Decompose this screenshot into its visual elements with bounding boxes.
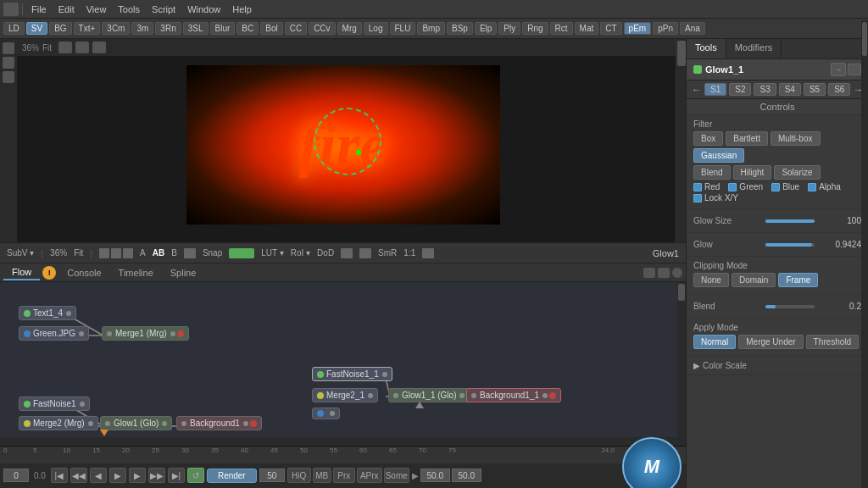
tb-ply[interactable]: Ply: [498, 22, 520, 35]
tb-rng[interactable]: Rng: [522, 22, 548, 35]
tl-hiq-btn[interactable]: HiQ: [287, 468, 311, 483]
filter-gaussian[interactable]: Gaussian: [693, 148, 744, 163]
apply-normal[interactable]: Normal: [693, 335, 736, 349]
tab-timeline[interactable]: Timeline: [110, 266, 162, 280]
sub-tab-s4[interactable]: S4: [779, 83, 801, 96]
node-scrollbar-thumb[interactable]: [678, 284, 685, 301]
filter-hilight[interactable]: Hilight: [733, 165, 772, 180]
viewer-ctrl-3[interactable]: [3, 71, 14, 83]
tb-txt[interactable]: Txt+: [74, 22, 101, 35]
node-merge2-l[interactable]: Glow1 (Glo): [100, 416, 172, 430]
node-glow1-l[interactable]: Background1: [176, 416, 262, 430]
view-tool-icon-2[interactable]: [111, 248, 121, 258]
fit-btn[interactable]: Fit: [42, 43, 52, 53]
check-red[interactable]: Red: [693, 182, 720, 191]
check-alpha[interactable]: Alpha: [808, 182, 841, 191]
tb-3cm[interactable]: 3Cm: [102, 22, 130, 35]
tl-btn-skip-fwd[interactable]: ▶▶: [148, 468, 165, 483]
tl-end-input[interactable]: [259, 469, 285, 482]
tb-ct[interactable]: CT: [600, 22, 621, 35]
check-green[interactable]: Green: [728, 182, 763, 191]
view-lock-icon[interactable]: [341, 248, 353, 258]
node-green-jpg[interactable]: Green.JPG: [19, 326, 89, 341]
tb-3m[interactable]: 3m: [131, 22, 153, 35]
roi-label[interactable]: RoI ▾: [291, 248, 310, 258]
menu-tools[interactable]: Tools: [113, 3, 145, 16]
node-info-icon[interactable]: [643, 268, 655, 278]
view-tool-icon-1[interactable]: [99, 248, 109, 258]
node-glow1-1[interactable]: Background1_1: [466, 388, 561, 402]
scrollbar-thumb-v[interactable]: [677, 41, 686, 66]
lut-label[interactable]: LUT ▾: [261, 248, 284, 258]
menu-view[interactable]: View: [81, 3, 112, 16]
view-fit[interactable]: Fit: [74, 248, 83, 258]
tb-ccv[interactable]: CCv: [309, 22, 335, 35]
view-ab[interactable]: A: [140, 248, 146, 258]
tb-bmp[interactable]: Bmp: [417, 22, 445, 35]
tb-rct[interactable]: Rct: [550, 22, 573, 35]
node-fastnoise1-1[interactable]: Merge2_1: [312, 388, 378, 402]
color-scale-row[interactable]: ▶ Color Scale: [693, 361, 861, 370]
tb-mrg[interactable]: Mrg: [337, 22, 362, 35]
tl-aprx-btn[interactable]: APrx: [357, 468, 382, 483]
smr-label[interactable]: SmR: [378, 248, 397, 258]
node-text1-txt[interactable]: FastNoise1: [19, 396, 90, 411]
tl-endval1[interactable]: [420, 469, 450, 482]
tl-btn-bar-end[interactable]: ▶|: [168, 468, 185, 483]
check-blue[interactable]: Blue: [771, 182, 799, 191]
tl-btn-forward[interactable]: ▶: [129, 468, 146, 483]
tb-flu[interactable]: FLU: [390, 22, 416, 35]
node-enabled-check[interactable]: [693, 65, 702, 74]
filter-bartlett[interactable]: Bartlett: [726, 131, 768, 146]
view-b[interactable]: B: [171, 248, 177, 258]
apply-threshold[interactable]: Threshold: [806, 335, 859, 349]
tb-bol[interactable]: Bol: [260, 22, 282, 35]
clip-domain[interactable]: Domain: [732, 273, 776, 287]
node-dot-icon[interactable]: [672, 268, 682, 278]
tb-bg[interactable]: BG: [49, 22, 71, 35]
tb-ana[interactable]: Ana: [680, 22, 705, 35]
glow-track[interactable]: [765, 243, 815, 247]
viewer-ctrl-1[interactable]: [3, 42, 14, 54]
viewer-tool-3[interactable]: [92, 42, 106, 53]
sub-tab-s2[interactable]: S2: [729, 83, 751, 96]
view-tool-icon-3[interactable]: [123, 248, 133, 258]
tl-btn-play[interactable]: ▶: [109, 468, 126, 483]
filter-blend[interactable]: Blend: [693, 165, 731, 180]
tb-pem[interactable]: pEm: [624, 22, 652, 35]
viewer-tool-1[interactable]: [58, 42, 72, 53]
rp-scrollbar[interactable]: [861, 20, 868, 488]
tb-bc[interactable]: BC: [236, 22, 259, 35]
tb-sv[interactable]: SV: [26, 22, 47, 35]
apply-merge-under[interactable]: Merge Under: [738, 335, 803, 349]
node-fastnoise1[interactable]: Merge2 (Mrg): [19, 416, 98, 430]
tb-blur[interactable]: Blur: [210, 22, 236, 35]
node-settings-icon[interactable]: [658, 268, 670, 278]
tb-mat[interactable]: Mat: [575, 22, 599, 35]
node-merge1[interactable]: Merge1 (Mrg): [102, 326, 189, 341]
clip-none[interactable]: None: [693, 273, 729, 287]
sub-tab-s3[interactable]: S3: [754, 83, 776, 96]
sub-tab-s1[interactable]: S1: [704, 83, 726, 96]
sub-tab-s6[interactable]: S6: [828, 83, 850, 96]
filter-solarize[interactable]: Solarize: [774, 165, 820, 180]
tab-spline[interactable]: Spline: [162, 266, 205, 280]
node-arrow-btn[interactable]: →: [831, 63, 846, 76]
tb-cc[interactable]: CC: [285, 22, 307, 35]
tb-ld[interactable]: LD: [3, 22, 25, 35]
viewer-ctrl-2[interactable]: [3, 57, 14, 69]
blend-track[interactable]: [765, 305, 815, 308]
node-scrollbar-v[interactable]: [677, 282, 686, 446]
tab-console[interactable]: Console: [58, 266, 109, 280]
view-zoom[interactable]: 36%: [50, 248, 67, 258]
menu-help[interactable]: Help: [227, 3, 257, 16]
view-swatch[interactable]: [184, 248, 196, 258]
view-grid-icon[interactable]: [359, 248, 371, 258]
node-background1-1[interactable]: [312, 408, 340, 419]
glow-size-track[interactable]: [765, 219, 815, 223]
node-merge2-1[interactable]: Glow1_1 (Glo): [388, 388, 470, 402]
snap-label[interactable]: Snap: [203, 248, 222, 258]
sub-arrow-left[interactable]: ←: [692, 84, 702, 96]
menu-edit[interactable]: Edit: [53, 3, 80, 16]
tl-loop-btn[interactable]: ↺: [187, 468, 204, 483]
